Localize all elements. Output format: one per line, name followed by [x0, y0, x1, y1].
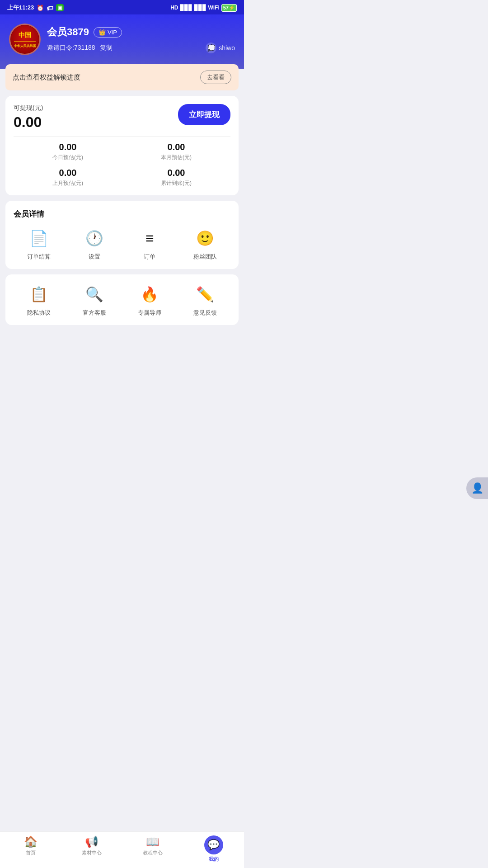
fans-team-label: 粉丝团队 — [193, 253, 217, 261]
battery-indicator: 57⚡ — [221, 4, 237, 12]
wallet-divider — [14, 136, 230, 137]
stat-total-label: 累计到账(元) — [122, 179, 230, 187]
stat-total-value: 0.00 — [122, 168, 230, 178]
wifi-icon: WiFi — [208, 5, 220, 11]
privacy-item[interactable]: 📋 隐私协议 — [14, 283, 65, 317]
orders-icon: ≡ — [138, 226, 161, 250]
status-bar: 上午11:23 ⏰ 🏷 ▣ HD ▊▊▊ ▊▊▊ WiFi 57⚡ — [0, 0, 244, 14]
feedback-item[interactable]: ✏️ 意见反馈 — [180, 283, 231, 317]
shiwo-icon: 💭 — [206, 42, 216, 53]
status-time: 上午11:23 — [7, 4, 34, 12]
services-grid: 📋 隐私协议 🔍 官方客服 🔥 专属导师 ✏️ 意见反馈 — [14, 283, 230, 317]
stat-lastmonth-label: 上月预估(元) — [14, 179, 122, 187]
feedback-label: 意见反馈 — [193, 309, 217, 317]
settings-icon: 🕐 — [83, 226, 106, 250]
vip-badge: 👑 VIP — [94, 27, 122, 38]
alarm-icon: ⏰ — [37, 5, 44, 11]
mentor-label: 专属导师 — [138, 309, 161, 317]
profile-header: 中国 —————— 中华人民共和国 会员3879 👑 VIP 邀请口令:7311… — [0, 14, 244, 69]
mentor-item[interactable]: 🔥 专属导师 — [124, 283, 175, 317]
settings-item[interactable]: 🕐 设置 — [69, 226, 120, 261]
fans-team-icon: 🙂 — [193, 226, 217, 250]
avatar[interactable]: 中国 —————— 中华人民共和国 — [9, 24, 41, 55]
signal-bars: ▊▊▊ — [180, 5, 192, 11]
fans-team-item[interactable]: 🙂 粉丝团队 — [180, 226, 231, 261]
wallet-card: 可提现(元) 0.00 立即提现 0.00 今日预估(元) 0.00 本月预估(… — [5, 96, 239, 195]
benefits-banner[interactable]: 点击查看权益解锁进度 去看看 — [5, 64, 239, 90]
member-details-card: 会员详情 📄 订单结算 🕐 设置 ≡ 订单 🙂 粉丝团队 — [5, 201, 239, 269]
app-icon: ▣ — [56, 4, 64, 11]
order-settlement-item[interactable]: 📄 订单结算 — [14, 226, 65, 261]
wallet-stats: 0.00 今日预估(元) 0.00 本月预估(元) 0.00 上月预估(元) 0… — [14, 142, 230, 187]
privacy-label: 隐私协议 — [27, 309, 51, 317]
banner-text: 点击查看权益解锁进度 — [13, 73, 80, 82]
order-settlement-icon: 📄 — [27, 226, 51, 250]
stat-today-value: 0.00 — [14, 142, 122, 152]
signal-icon: HD — [170, 5, 178, 11]
withdraw-button[interactable]: 立即提现 — [178, 104, 230, 125]
stat-month: 0.00 本月预估(元) — [122, 142, 230, 161]
member-details-grid: 📄 订单结算 🕐 设置 ≡ 订单 🙂 粉丝团队 — [14, 226, 230, 261]
invite-code: 邀请口令:731188 — [47, 44, 95, 52]
stat-month-label: 本月预估(元) — [122, 154, 230, 161]
shiwo-button[interactable]: 💭 shiwo — [206, 42, 235, 53]
member-details-title: 会员详情 — [14, 209, 230, 219]
username: 会员3879 — [47, 25, 89, 39]
stat-today: 0.00 今日预估(元) — [14, 142, 122, 161]
crown-icon: 👑 — [99, 29, 106, 36]
wallet-amount: 0.00 — [14, 114, 43, 131]
stat-total: 0.00 累计到账(元) — [122, 168, 230, 187]
notification-icon: 🏷 — [47, 4, 53, 12]
stat-lastmonth-value: 0.00 — [14, 168, 122, 178]
stat-month-value: 0.00 — [122, 142, 230, 152]
settings-label: 设置 — [89, 253, 100, 261]
privacy-icon: 📋 — [27, 283, 51, 306]
feedback-icon: ✏️ — [193, 283, 217, 306]
customer-service-icon: 🔍 — [83, 283, 106, 306]
signal-bars2: ▊▊▊ — [194, 5, 206, 11]
orders-item[interactable]: ≡ 订单 — [124, 226, 175, 261]
orders-label: 订单 — [144, 253, 155, 261]
services-card: 📋 隐私协议 🔍 官方客服 🔥 专属导师 ✏️ 意见反馈 — [5, 274, 239, 325]
order-settlement-label: 订单结算 — [27, 253, 51, 261]
banner-button[interactable]: 去看看 — [200, 71, 231, 84]
stat-lastmonth: 0.00 上月预估(元) — [14, 168, 122, 187]
mentor-icon: 🔥 — [138, 283, 161, 306]
customer-service-item[interactable]: 🔍 官方客服 — [69, 283, 120, 317]
copy-button[interactable]: 复制 — [100, 44, 113, 52]
customer-service-label: 官方客服 — [83, 309, 106, 317]
stat-today-label: 今日预估(元) — [14, 154, 122, 161]
wallet-label: 可提现(元) — [14, 104, 43, 112]
